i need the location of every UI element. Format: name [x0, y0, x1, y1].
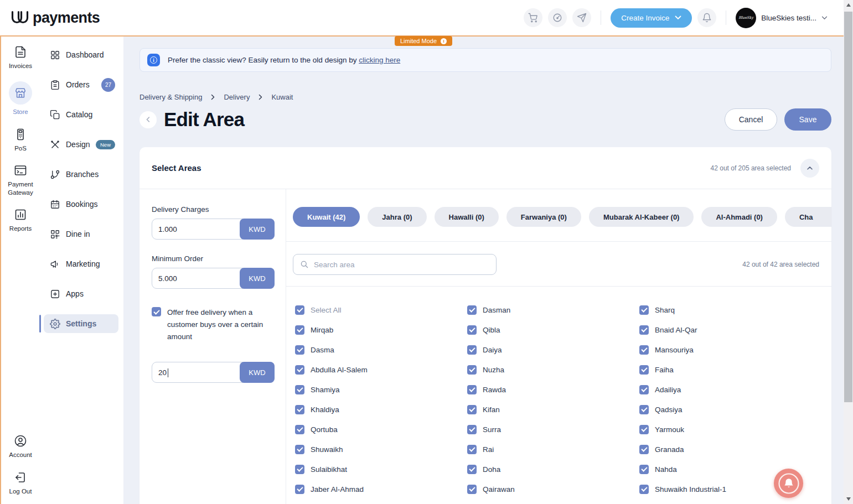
checkbox-checked-icon[interactable]	[295, 385, 304, 394]
area-row[interactable]: Bnaid Al-Qar	[639, 320, 811, 340]
checkbox-checked-icon[interactable]	[295, 485, 304, 494]
checkbox-checked-icon[interactable]	[467, 385, 477, 394]
rail-item-logout[interactable]: Log Out	[9, 471, 32, 495]
checkbox-checked-icon[interactable]	[639, 405, 649, 414]
back-button[interactable]	[139, 111, 157, 128]
scroll-up-arrow[interactable]	[846, 3, 851, 7]
menu-item-orders[interactable]: Orders 27	[44, 75, 118, 94]
checkbox-checked-icon[interactable]	[639, 485, 649, 494]
cancel-button[interactable]: Cancel	[725, 108, 777, 131]
tab-al-ahmadi[interactable]: Al-Ahmadi (0)	[701, 207, 777, 227]
menu-item-branches[interactable]: Branches	[44, 165, 118, 184]
checkbox-checked-icon[interactable]	[639, 385, 649, 394]
checkbox-checked-icon[interactable]	[295, 425, 304, 434]
scrollbar-thumb[interactable]	[844, 12, 852, 402]
area-row[interactable]: Yarmouk	[639, 419, 811, 439]
menu-item-catalog[interactable]: Catalog	[44, 105, 118, 124]
area-row[interactable]: Qadsiya	[639, 399, 811, 419]
rail-item-account[interactable]: Account	[9, 434, 32, 459]
checkbox-checked-icon[interactable]	[639, 365, 649, 375]
free-delivery-checkbox-row[interactable]: Offer free delivery when a customer buys…	[152, 306, 275, 343]
area-row[interactable]: Jaber Al-Ahmad	[295, 479, 467, 499]
checkbox-checked-icon[interactable]	[639, 465, 649, 474]
tab-jahra[interactable]: Jahra (0)	[368, 207, 426, 227]
checkbox-checked-icon[interactable]	[467, 325, 477, 335]
breadcrumb-delivery-shipping[interactable]: Delivery & Shipping	[139, 93, 202, 101]
tab-mubarak-al-kabeer[interactable]: Mubarak Al-Kabeer (0)	[589, 207, 694, 227]
notifications-button[interactable]	[697, 8, 716, 27]
area-row[interactable]: Al Sour Gardens	[639, 499, 811, 504]
area-row[interactable]: Qibla	[467, 320, 639, 340]
menu-item-apps[interactable]: Apps	[44, 284, 118, 303]
area-row[interactable]: Khaldiya	[295, 399, 467, 419]
rail-item-reports[interactable]: Reports	[9, 208, 32, 232]
checkbox-checked-icon[interactable]	[467, 305, 477, 315]
tab-farwaniya[interactable]: Farwaniya (0)	[506, 207, 581, 227]
area-row[interactable]: Shuwaikh	[295, 439, 467, 459]
area-row[interactable]: Sulaibikhat	[295, 459, 467, 479]
area-row[interactable]: Adailiya	[639, 380, 811, 399]
brand-logo[interactable]: payments	[10, 9, 100, 27]
checkbox-checked-icon[interactable]	[295, 405, 304, 414]
limited-mode-badge[interactable]: Limited Mode i	[395, 36, 452, 46]
minimum-order-input[interactable]	[152, 268, 240, 288]
rail-item-store[interactable]: Store	[9, 81, 32, 116]
save-button[interactable]: Save	[784, 108, 831, 131]
checkbox-checked-icon[interactable]	[467, 405, 477, 414]
checkbox-checked-icon[interactable]	[295, 445, 304, 454]
delivery-charges-input[interactable]	[152, 219, 240, 239]
checkbox-checked-icon[interactable]	[152, 307, 161, 316]
checkbox-checked-icon[interactable]	[639, 345, 649, 355]
area-row[interactable]: Qairawan	[467, 479, 639, 499]
checkbox-checked-icon[interactable]	[295, 325, 304, 335]
menu-item-dashboard[interactable]: Dashboard	[44, 45, 118, 64]
area-row[interactable]: Mansouriya	[639, 340, 811, 360]
cart-button[interactable]	[524, 8, 542, 27]
area-row[interactable]: Mirqab	[295, 320, 467, 340]
area-row[interactable]: Shuwaikh Industrial-3	[467, 499, 639, 504]
clicking-here-link[interactable]: clicking here	[359, 56, 400, 64]
checkbox-checked-icon[interactable]	[467, 425, 477, 434]
scroll-down-arrow[interactable]	[846, 497, 851, 501]
checkbox-checked-icon[interactable]	[295, 465, 304, 474]
area-row[interactable]: Granada	[639, 439, 811, 459]
area-row[interactable]: Shamiya	[295, 380, 467, 399]
page-scrollbar[interactable]	[844, 0, 853, 504]
area-row[interactable]: Surra	[467, 419, 639, 439]
menu-item-marketing[interactable]: Marketing	[44, 254, 118, 273]
area-row[interactable]: Nuzha	[467, 360, 639, 380]
rail-item-pos[interactable]: PoS	[14, 128, 27, 152]
checkbox-checked-icon[interactable]	[467, 485, 477, 494]
area-row[interactable]: Qortuba	[295, 419, 467, 439]
search-box[interactable]	[293, 254, 497, 275]
send-button[interactable]	[572, 8, 591, 27]
area-row[interactable]: Dasman	[467, 300, 639, 320]
free-delivery-amount-input[interactable]	[152, 362, 240, 382]
search-input[interactable]	[314, 261, 489, 269]
area-row[interactable]: Sharq	[639, 300, 811, 320]
area-row[interactable]: Daiya	[467, 340, 639, 360]
area-row[interactable]: Faiha	[639, 360, 811, 380]
tab-hawalli[interactable]: Hawalli (0)	[435, 207, 499, 227]
breadcrumb-delivery[interactable]: Delivery	[224, 93, 250, 101]
notification-bell-fab[interactable]	[774, 469, 803, 498]
account-menu[interactable]: BlueSky BlueSkies testi...	[736, 8, 828, 28]
checkbox-checked-icon[interactable]	[467, 345, 477, 355]
area-row[interactable]: Shuwaikh Industrial-2	[295, 499, 467, 504]
tab-clipped[interactable]: Cha	[785, 207, 831, 227]
menu-item-dine-in[interactable]: Dine in	[44, 225, 118, 243]
area-row[interactable]: Abdulla Al-Salem	[295, 360, 467, 380]
checkbox-checked-icon[interactable]	[639, 425, 649, 434]
area-row[interactable]: Rawda	[467, 380, 639, 399]
area-row[interactable]: Rai	[467, 439, 639, 459]
rail-item-payment-gateway[interactable]: Payment Gateway	[1, 164, 40, 196]
menu-item-bookings[interactable]: Bookings	[44, 195, 118, 214]
area-row[interactable]: Dasma	[295, 340, 467, 360]
collapse-button[interactable]	[800, 159, 819, 178]
checkbox-checked-icon[interactable]	[639, 305, 649, 315]
rail-item-invoices[interactable]: Invoices	[9, 45, 32, 70]
checkbox-checked-icon[interactable]	[639, 325, 649, 335]
menu-item-design[interactable]: Design New	[44, 135, 118, 154]
select-all-row[interactable]: Select All	[295, 300, 467, 320]
dial-button[interactable]	[548, 8, 567, 27]
